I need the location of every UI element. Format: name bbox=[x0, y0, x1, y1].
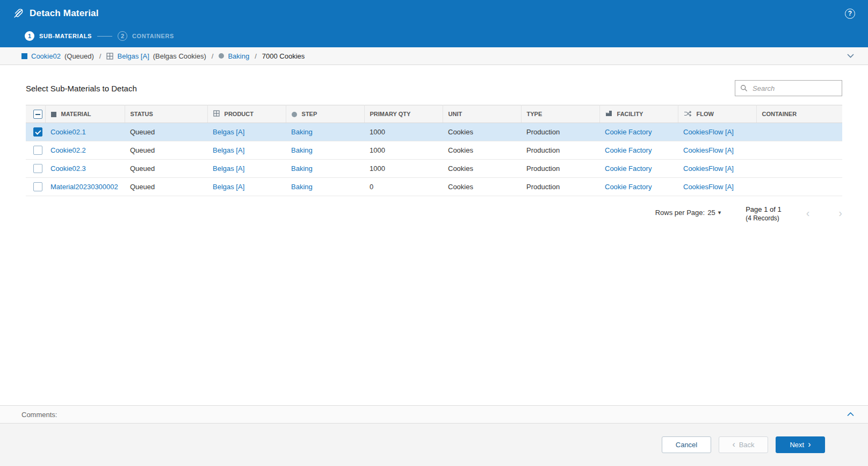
cell-step[interactable]: Baking bbox=[291, 183, 313, 191]
cell-unit: Cookies bbox=[448, 146, 473, 154]
cell-type: Production bbox=[526, 146, 560, 154]
cell-product[interactable]: Belgas [A] bbox=[213, 146, 244, 154]
chevron-down-icon[interactable] bbox=[847, 54, 854, 58]
column-header-unit[interactable]: UNIT bbox=[443, 105, 521, 123]
cell-facility[interactable]: Cookie Factory bbox=[605, 128, 652, 136]
search-input[interactable] bbox=[751, 84, 848, 93]
cell-primary-qty: 1000 bbox=[370, 164, 385, 173]
cell-material[interactable]: Cookie02.1 bbox=[50, 128, 86, 136]
rows-per-page-select[interactable]: Rows per Page:25 ▾ bbox=[655, 209, 721, 217]
breadcrumb-separator: / bbox=[212, 52, 214, 60]
cell-material[interactable]: Cookie02.3 bbox=[50, 164, 86, 173]
step-icon bbox=[292, 112, 297, 117]
cell-primary-qty: 1000 bbox=[370, 128, 385, 136]
cell-status: Queued bbox=[130, 183, 155, 191]
breadcrumb-separator: / bbox=[255, 52, 257, 60]
chevron-right-icon: › bbox=[808, 440, 811, 449]
cell-type: Production bbox=[526, 128, 560, 136]
row-select-checkbox[interactable] bbox=[33, 146, 42, 155]
cell-type: Production bbox=[526, 183, 560, 191]
breadcrumb-material-link[interactable]: Cookie02 bbox=[31, 52, 61, 60]
cell-product[interactable]: Belgas [A] bbox=[213, 128, 244, 136]
cell-material[interactable]: Cookie02.2 bbox=[50, 146, 86, 154]
cell-unit: Cookies bbox=[448, 128, 473, 136]
cell-facility[interactable]: Cookie Factory bbox=[605, 164, 652, 173]
select-all-checkbox[interactable] bbox=[33, 110, 42, 119]
cell-step[interactable]: Baking bbox=[291, 146, 313, 154]
column-header-primary-qty[interactable]: PRIMARY QTY bbox=[364, 105, 443, 123]
row-select-checkbox[interactable] bbox=[33, 127, 42, 137]
cell-step[interactable]: Baking bbox=[291, 128, 313, 136]
select-all-header bbox=[26, 105, 45, 123]
back-button[interactable]: ‹ Back bbox=[719, 436, 768, 453]
product-icon bbox=[213, 110, 220, 118]
row-select-checkbox[interactable] bbox=[33, 164, 42, 173]
table-row[interactable]: Material20230300002QueuedBelgas [A]Bakin… bbox=[26, 178, 842, 196]
step-number-badge: 1 bbox=[25, 31, 34, 41]
step-number-badge: 2 bbox=[118, 31, 127, 41]
column-header-material[interactable]: MATERIAL bbox=[45, 105, 125, 123]
wizard-step-containers[interactable]: 2 CONTAINERS bbox=[118, 31, 174, 41]
facility-icon bbox=[605, 110, 612, 118]
page-label: Page 1 of 1 bbox=[746, 205, 782, 214]
cell-flow[interactable]: CookiesFlow [A] bbox=[683, 164, 734, 173]
table-body: Cookie02.1QueuedBelgas [A]Baking1000Cook… bbox=[26, 123, 842, 196]
cell-unit: Cookies bbox=[448, 183, 473, 191]
column-header-type[interactable]: TYPE bbox=[521, 105, 599, 123]
cell-facility[interactable]: Cookie Factory bbox=[605, 183, 652, 191]
dialog-header: Detach Material ? 1 SUB-MATERIALS 2 CONT… bbox=[0, 0, 868, 47]
cell-flow[interactable]: CookiesFlow [A] bbox=[683, 183, 734, 191]
flow-icon bbox=[684, 111, 692, 118]
wizard-steps: 1 SUB-MATERIALS 2 CONTAINERS bbox=[13, 27, 855, 45]
breadcrumb-product-link[interactable]: Belgas [A] bbox=[117, 52, 149, 60]
rows-per-page-value: 25 bbox=[707, 209, 715, 217]
records-label: (4 Records) bbox=[746, 214, 782, 223]
help-icon[interactable]: ? bbox=[845, 9, 855, 19]
page-previous-icon[interactable]: ‹ bbox=[806, 207, 810, 219]
breadcrumb-quantity: 7000 Cookies bbox=[262, 52, 305, 60]
search-box bbox=[735, 80, 842, 96]
material-icon bbox=[21, 53, 27, 59]
page-title: Select Sub-Materials to Detach bbox=[26, 84, 137, 93]
breadcrumb-step-link[interactable]: Baking bbox=[228, 52, 249, 60]
step-label: SUB-MATERIALS bbox=[39, 33, 92, 39]
column-header-container[interactable]: CONTAINER bbox=[756, 105, 842, 123]
cell-unit: Cookies bbox=[448, 164, 473, 173]
breadcrumb: Cookie02 (Queued) / Belgas [A] (Belgas C… bbox=[0, 47, 868, 65]
cell-product[interactable]: Belgas [A] bbox=[213, 164, 244, 173]
row-select-checkbox[interactable] bbox=[33, 182, 42, 191]
column-header-flow[interactable]: FLOW bbox=[678, 105, 756, 123]
cell-product[interactable]: Belgas [A] bbox=[213, 183, 244, 191]
next-button[interactable]: Next › bbox=[776, 436, 825, 453]
table-row[interactable]: Cookie02.3QueuedBelgas [A]Baking1000Cook… bbox=[26, 160, 842, 178]
cell-step[interactable]: Baking bbox=[291, 164, 313, 173]
column-header-status[interactable]: STATUS bbox=[125, 105, 207, 123]
table-row[interactable]: Cookie02.1QueuedBelgas [A]Baking1000Cook… bbox=[26, 123, 842, 141]
cell-flow[interactable]: CookiesFlow [A] bbox=[683, 146, 734, 154]
search-icon bbox=[740, 84, 748, 92]
wizard-step-sub-materials[interactable]: 1 SUB-MATERIALS bbox=[25, 31, 92, 41]
cell-material[interactable]: Material20230300002 bbox=[50, 183, 118, 191]
table-row[interactable]: Cookie02.2QueuedBelgas [A]Baking1000Cook… bbox=[26, 141, 842, 160]
cell-primary-qty: 1000 bbox=[370, 146, 385, 154]
product-icon bbox=[106, 53, 113, 60]
rows-per-page-label: Rows per Page: bbox=[655, 209, 705, 217]
chevron-up-icon[interactable] bbox=[847, 412, 854, 417]
chevron-left-icon: ‹ bbox=[732, 440, 735, 449]
column-header-facility[interactable]: FACILITY bbox=[599, 105, 678, 123]
breadcrumb-separator: / bbox=[99, 52, 102, 60]
page-next-icon[interactable]: › bbox=[838, 207, 842, 219]
caret-down-icon: ▾ bbox=[718, 209, 721, 216]
column-header-product[interactable]: PRODUCT bbox=[207, 105, 286, 123]
cell-status: Queued bbox=[130, 164, 155, 173]
main-content: Select Sub-Materials to Detach bbox=[0, 65, 868, 405]
cell-flow[interactable]: CookiesFlow [A] bbox=[683, 128, 734, 136]
cell-status: Queued bbox=[130, 128, 155, 136]
cell-type: Production bbox=[526, 164, 560, 173]
cell-primary-qty: 0 bbox=[370, 183, 373, 191]
footer: Cancel ‹ Back Next › bbox=[0, 423, 868, 466]
column-header-step[interactable]: STEP bbox=[286, 105, 364, 123]
step-label: CONTAINERS bbox=[132, 33, 174, 39]
cell-facility[interactable]: Cookie Factory bbox=[605, 146, 652, 154]
cancel-button[interactable]: Cancel bbox=[662, 436, 711, 453]
